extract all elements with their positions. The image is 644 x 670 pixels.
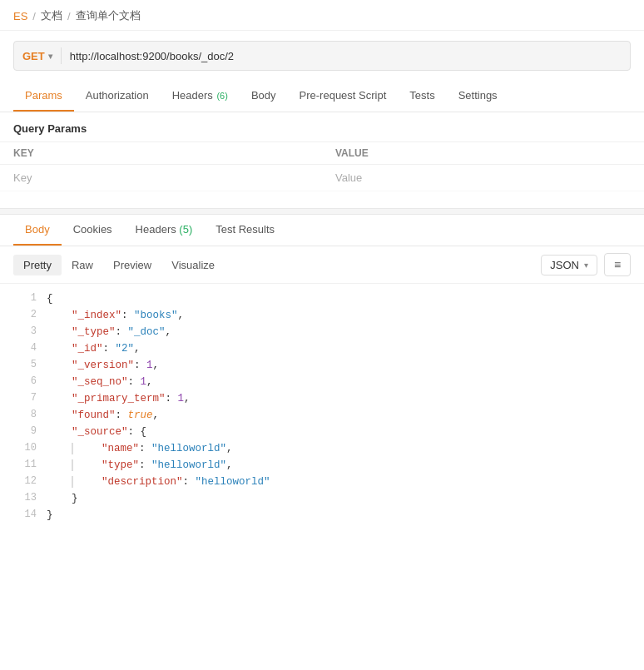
line-number: 10 xyxy=(7,440,37,456)
code-line: 6 "_seq_no": 1, xyxy=(0,374,644,390)
json-key: "_seq_no" xyxy=(72,376,128,388)
json-brace: { xyxy=(141,426,147,438)
json-string: "2" xyxy=(116,343,135,355)
indent-space xyxy=(47,476,72,488)
plain-text: , xyxy=(178,310,185,321)
line-number: 4 xyxy=(7,340,37,356)
json-key: "found" xyxy=(72,409,116,421)
json-key: "_version" xyxy=(72,360,134,371)
plain-text: : xyxy=(139,459,151,471)
json-key: "_index" xyxy=(72,310,121,321)
json-format-selector[interactable]: JSON ▾ xyxy=(541,255,597,275)
table-row: Key Value xyxy=(0,165,644,191)
code-line: 4 "_id": "2", xyxy=(0,340,644,357)
code-line: 3 "_type": "_doc", xyxy=(0,324,644,340)
line-number: 5 xyxy=(7,357,37,373)
line-number: 8 xyxy=(7,407,37,423)
tab-settings[interactable]: Settings xyxy=(447,81,509,112)
format-pretty[interactable]: Pretty xyxy=(13,255,62,275)
indent-space xyxy=(47,393,72,404)
line-content: "type": "helloworld", xyxy=(47,457,637,474)
line-number: 13 xyxy=(7,490,37,506)
format-preview[interactable]: Preview xyxy=(103,255,161,275)
line-number: 12 xyxy=(7,474,37,489)
plain-text: , xyxy=(184,393,191,404)
wrap-lines-button[interactable]: ≡ xyxy=(604,253,631,276)
indent-pipe xyxy=(72,476,102,488)
plain-text: , xyxy=(153,360,160,371)
code-line: 9 "_source": { xyxy=(0,424,644,440)
line-content: "name": "helloworld", xyxy=(47,440,637,457)
response-tab-cookies[interactable]: Cookies xyxy=(62,215,124,246)
json-key: "name" xyxy=(102,443,139,454)
json-string: "helloworld" xyxy=(196,476,270,488)
response-tab-body[interactable]: Body xyxy=(13,215,62,246)
method-chevron-icon: ▾ xyxy=(48,52,52,61)
line-content: "_id": "2", xyxy=(47,340,637,357)
json-string: "_doc" xyxy=(128,326,166,338)
indent-pipe xyxy=(72,443,102,454)
code-line: 14} xyxy=(0,507,644,524)
plain-text: : xyxy=(103,343,116,355)
plain-text: , xyxy=(166,326,172,338)
indent-pipe xyxy=(72,459,102,471)
line-number: 3 xyxy=(7,324,37,340)
tab-prerequest[interactable]: Pre-request Script xyxy=(288,81,399,112)
plain-text: : xyxy=(128,376,141,388)
plain-text: , xyxy=(146,376,153,388)
line-number: 1 xyxy=(7,290,37,306)
line-content: "_index": "books", xyxy=(47,307,637,324)
indent-space xyxy=(47,376,72,388)
json-brace: } xyxy=(72,493,78,504)
headers-badge: (6) xyxy=(216,91,227,101)
tab-tests[interactable]: Tests xyxy=(398,81,446,112)
breadcrumb: ES / 文档 / 查询单个文档 xyxy=(0,0,644,31)
json-string: "books" xyxy=(134,310,178,321)
line-content: { xyxy=(47,290,637,307)
response-tab-testresults[interactable]: Test Results xyxy=(204,215,286,246)
tab-headers[interactable]: Headers (6) xyxy=(161,81,240,112)
col-header-key: KEY xyxy=(0,142,322,165)
code-line: 12 "description": "helloworld" xyxy=(0,474,644,490)
breadcrumb-sep1: / xyxy=(32,10,36,22)
plain-text: , xyxy=(153,409,160,421)
tab-body[interactable]: Body xyxy=(240,81,288,112)
param-key-input[interactable]: Key xyxy=(0,165,322,191)
indent-space xyxy=(47,459,72,471)
json-boolean: true xyxy=(128,409,153,421)
url-bar: GET ▾ xyxy=(13,41,631,71)
json-key: "_primary_term" xyxy=(72,393,166,404)
line-content: "_primary_term": 1, xyxy=(47,390,637,407)
line-number: 7 xyxy=(7,390,37,406)
tab-params[interactable]: Params xyxy=(13,81,74,112)
breadcrumb-es[interactable]: ES xyxy=(13,10,27,22)
code-line: 8 "found": true, xyxy=(0,407,644,424)
method-label: GET xyxy=(22,50,45,62)
json-number: 1 xyxy=(178,393,185,404)
json-format-chevron-icon: ▾ xyxy=(584,261,588,270)
breadcrumb-docs[interactable]: 文档 xyxy=(41,8,62,23)
format-raw[interactable]: Raw xyxy=(62,255,103,275)
indent-space xyxy=(47,343,72,355)
code-line: 2 "_index": "books", xyxy=(0,307,644,324)
line-content: "description": "helloworld" xyxy=(47,474,637,490)
format-visualize[interactable]: Visualize xyxy=(161,255,225,275)
json-key: "_source" xyxy=(72,426,128,438)
method-selector[interactable]: GET ▾ xyxy=(22,50,52,62)
line-number: 14 xyxy=(7,507,37,523)
url-input[interactable] xyxy=(70,50,622,62)
plain-text: : xyxy=(139,443,151,454)
json-brace: } xyxy=(47,509,53,521)
json-string: "helloworld" xyxy=(151,459,226,471)
response-tab-headers[interactable]: Headers (5) xyxy=(124,215,205,246)
json-key: "description" xyxy=(102,476,183,488)
tab-authorization[interactable]: Authorization xyxy=(74,81,161,112)
indent-space xyxy=(47,360,72,371)
line-number: 11 xyxy=(7,457,37,473)
indent-space xyxy=(47,326,72,338)
wrap-icon: ≡ xyxy=(614,258,621,271)
param-value-input[interactable]: Value xyxy=(322,165,644,191)
breadcrumb-current: 查询单个文档 xyxy=(76,8,141,23)
indent-space xyxy=(47,426,72,438)
plain-text: , xyxy=(226,459,233,471)
